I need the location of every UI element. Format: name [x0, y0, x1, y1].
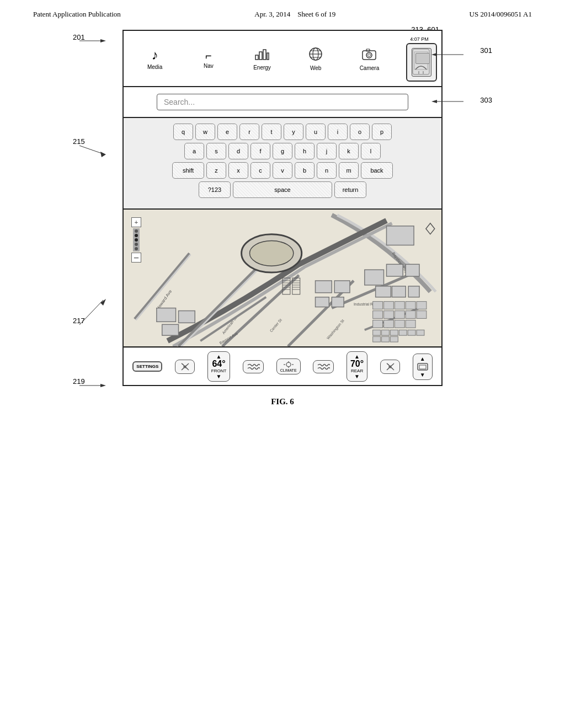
front-temp-value: 64°	[212, 360, 225, 368]
nav-label-camera: Camera	[360, 65, 380, 71]
header-right: US 2014/0096051 A1	[470, 10, 532, 19]
web-icon	[308, 47, 323, 64]
key-return[interactable]: return	[334, 181, 366, 198]
svg-rect-59	[316, 281, 332, 293]
zoom-out-button[interactable]: –	[131, 253, 141, 263]
front-temp-display[interactable]: ▲ 64° FRONT ▼	[207, 351, 231, 382]
zoom-dot-3	[135, 238, 138, 242]
nav-item-nav[interactable]: ⌐ Nav	[182, 50, 235, 69]
key-m[interactable]: m	[339, 162, 359, 179]
key-y[interactable]: y	[284, 124, 303, 140]
mini-phone-screen	[412, 48, 431, 77]
nav-item-camera[interactable]: Camera	[343, 47, 396, 71]
key-space[interactable]: space	[233, 181, 332, 198]
key-f[interactable]: f	[250, 143, 270, 159]
key-q[interactable]: q	[173, 124, 193, 140]
key-g[interactable]: g	[273, 143, 292, 159]
rear-temp-display[interactable]: ▲ 70° REAR ▼	[347, 351, 367, 382]
svg-rect-3	[267, 53, 269, 60]
front-label: FRONT	[211, 368, 227, 373]
climate-button[interactable]: CLIMATE	[276, 358, 301, 374]
key-z[interactable]: z	[206, 162, 226, 179]
key-h[interactable]: h	[295, 143, 315, 159]
keyboard-row2: a s d f g h j k l	[130, 143, 435, 159]
wavy-right-button[interactable]	[313, 360, 334, 373]
svg-rect-44	[406, 311, 415, 319]
svg-rect-33	[376, 286, 391, 297]
rear-temp-value: 70°	[350, 360, 364, 368]
key-v[interactable]: v	[273, 162, 292, 179]
svg-rect-65	[162, 324, 179, 335]
key-shift[interactable]: shift	[172, 162, 204, 179]
fig-label: FIG. 6	[271, 397, 294, 406]
nav-label-media: Media	[147, 64, 162, 70]
key-l[interactable]: l	[361, 143, 381, 159]
svg-rect-60	[334, 281, 350, 293]
nav-item-media[interactable]: ♪ Media	[128, 48, 182, 69]
key-n[interactable]: n	[317, 162, 337, 179]
svg-point-11	[368, 53, 371, 56]
svg-rect-48	[395, 320, 404, 328]
fan-right-icon	[384, 362, 396, 372]
key-p[interactable]: p	[372, 124, 392, 140]
svg-rect-51	[382, 330, 390, 335]
key-o[interactable]: o	[350, 124, 370, 140]
key-c[interactable]: c	[250, 162, 270, 179]
key-k[interactable]: k	[339, 143, 359, 159]
svg-rect-49	[406, 320, 415, 328]
svg-marker-94	[100, 384, 106, 387]
key-r[interactable]: r	[239, 124, 259, 140]
svg-rect-55	[417, 330, 424, 335]
key-j[interactable]: j	[317, 143, 337, 159]
keyboard-row4: ?123 space return	[130, 181, 435, 198]
map-area[interactable]: Howard Ave American St Center St Bayport…	[124, 210, 441, 347]
keyboard-area: q w e r t y u i o p a s d f g	[124, 118, 441, 210]
key-back[interactable]: back	[361, 162, 393, 179]
svg-rect-12	[366, 49, 370, 51]
svg-rect-54	[408, 330, 415, 335]
screen-button[interactable]: ▲ ▼	[413, 354, 433, 380]
key-t[interactable]: t	[262, 124, 281, 140]
fan-right-button[interactable]	[380, 360, 400, 374]
svg-rect-1	[259, 52, 262, 60]
key-b[interactable]: b	[295, 162, 315, 179]
wavy-left-button[interactable]	[243, 360, 264, 373]
key-e[interactable]: e	[217, 124, 237, 140]
screen-icon	[417, 362, 429, 372]
key-i[interactable]: i	[328, 124, 348, 140]
svg-marker-92	[100, 299, 106, 306]
zoom-dot-1	[135, 229, 138, 233]
annotation-215: 215	[73, 137, 85, 146]
front-temp-down-arrow: ▼	[216, 373, 222, 379]
climate-icon	[283, 361, 294, 368]
fan-left-button[interactable]	[175, 360, 195, 374]
zoom-in-button[interactable]: +	[131, 217, 141, 227]
key-d[interactable]: d	[228, 143, 248, 159]
svg-rect-14	[414, 52, 428, 69]
map-svg: Howard Ave American St Center St Bayport…	[124, 210, 441, 346]
zoom-control: + –	[131, 217, 141, 263]
key-123[interactable]: ?123	[199, 181, 231, 198]
zoom-dot-5	[135, 247, 138, 250]
device-frame: ♪ Media ⌐ Nav	[122, 30, 443, 386]
nav-item-energy[interactable]: Energy	[235, 47, 289, 71]
search-input[interactable]: Search...	[157, 94, 408, 110]
key-x[interactable]: x	[228, 162, 248, 179]
svg-rect-63	[157, 308, 176, 322]
svg-rect-34	[392, 286, 406, 297]
svg-point-28	[249, 241, 293, 266]
key-s[interactable]: s	[206, 143, 226, 159]
svg-rect-64	[179, 311, 195, 323]
fan-left-icon	[179, 362, 191, 372]
key-w[interactable]: w	[195, 124, 215, 140]
svg-rect-32	[406, 264, 419, 276]
key-u[interactable]: u	[306, 124, 326, 140]
key-a[interactable]: a	[184, 143, 204, 159]
svg-rect-50	[373, 330, 381, 335]
svg-rect-58	[390, 336, 398, 342]
nav-item-web[interactable]: Web	[289, 47, 343, 71]
settings-button[interactable]: SETTINGS	[132, 361, 162, 372]
annotation-301: 301	[480, 46, 492, 55]
svg-rect-53	[399, 330, 407, 335]
svg-rect-57	[382, 336, 390, 342]
